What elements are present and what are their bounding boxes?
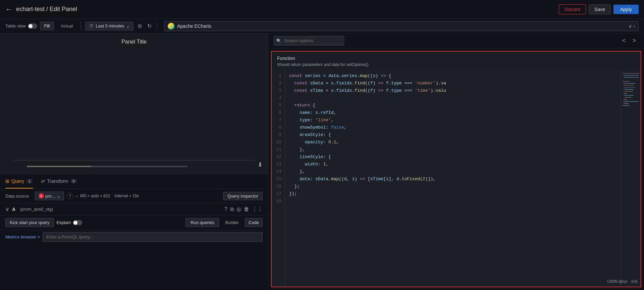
- panel-type-selector[interactable]: Apache ECharts ∨ ›: [164, 21, 639, 31]
- datasource-select[interactable]: ● pro... ⌄: [35, 192, 64, 200]
- left-panel: Panel Title ⬇ ⊞ Query 1 ⇄ Transform 0: [0, 33, 268, 290]
- apply-button[interactable]: Apply: [613, 5, 639, 14]
- code-line-8: showSymbol: false,: [289, 124, 621, 131]
- code-line-9: areaStyle: {: [289, 131, 621, 139]
- code-line-1: const series = data.series.map((s) => {: [289, 72, 621, 80]
- search-options-input[interactable]: [274, 36, 344, 46]
- chevron-down-icon: ⌄: [126, 23, 130, 28]
- metrics-browser-label: Metrics browser: [5, 234, 36, 239]
- function-title: Function: [277, 56, 635, 61]
- query-hide-icon[interactable]: ◎: [236, 206, 241, 212]
- svg-rect-12: [624, 99, 627, 100]
- code-line-6: name: s.refId,: [289, 109, 621, 117]
- header-right: Discard Save Apply: [559, 4, 639, 14]
- code-line-14: },: [289, 168, 621, 175]
- panel-options-nav: < >: [620, 36, 639, 46]
- explain-label: Explain: [57, 220, 71, 225]
- run-queries-button[interactable]: Run queries: [185, 218, 219, 227]
- query-copy-icon[interactable]: ⧉: [230, 206, 234, 212]
- query-help-icon[interactable]: ?: [224, 206, 227, 212]
- tab-transform[interactable]: ⇄ Transform 0: [41, 174, 77, 189]
- svg-rect-10: [624, 95, 634, 96]
- query-drag-icon[interactable]: ⋮⋮: [252, 206, 263, 212]
- save-button[interactable]: Save: [589, 4, 611, 14]
- tabs-bar: ⊞ Query 1 ⇄ Transform 0: [0, 174, 268, 189]
- expand-icon[interactable]: ›: [76, 194, 77, 199]
- explain-switch[interactable]: [73, 220, 82, 225]
- svg-rect-0: [623, 73, 639, 74]
- code-button[interactable]: Code: [245, 218, 263, 227]
- back-button[interactable]: ←: [5, 5, 12, 13]
- panel-chevron-right: ›: [633, 23, 635, 29]
- tab-query-label: Query: [11, 178, 24, 184]
- search-wrap: [274, 36, 617, 46]
- promql-input[interactable]: [43, 232, 263, 242]
- tab-query[interactable]: ⊞ Query 1: [5, 174, 33, 189]
- query-actions-bar: Kick start your query Explain Run querie…: [0, 215, 268, 230]
- table-view-toggle: Table view: [5, 23, 37, 29]
- panel-nav-right[interactable]: >: [630, 36, 639, 46]
- svg-rect-13: [624, 101, 639, 102]
- time-range-picker[interactable]: ⏱ Last 5 minutes ⌄: [85, 22, 133, 30]
- panel-preview: Panel Title ⬇: [0, 33, 268, 174]
- code-line-3: const sTime = s.fields.find((f) => f.typ…: [289, 87, 621, 94]
- zoom-out-button[interactable]: ⊖: [136, 21, 143, 30]
- metrics-browser-link[interactable]: Metrics browser >: [5, 234, 40, 239]
- meta-md: MD = auto = 622: [80, 194, 110, 198]
- code-line-5: return {: [289, 102, 621, 109]
- svg-rect-6: [624, 87, 635, 88]
- panel-selector-inner: Apache ECharts: [168, 23, 211, 29]
- table-view-switch[interactable]: [28, 23, 37, 29]
- toolbar: Table view Fill Actual ⏱ Last 5 minutes …: [0, 19, 644, 33]
- kick-start-button[interactable]: Kick start your query: [5, 218, 54, 227]
- query-row: ∨ A (prom_qos0_stg) ? ⧉ ◎ 🗑 ⋮⋮: [0, 203, 268, 215]
- panel-preview-title: Panel Title: [121, 39, 147, 45]
- table-view-label: Table view: [5, 23, 26, 28]
- query-datasource-name: (prom_qos0_stg): [20, 207, 222, 212]
- panel-chevron-down: ∨: [629, 23, 632, 29]
- help-icon[interactable]: ?: [67, 193, 73, 199]
- code-line-17: });: [289, 190, 621, 198]
- datasource-name: pro...: [45, 194, 55, 199]
- fill-button[interactable]: Fill: [40, 22, 54, 30]
- code-line-2: const sData = s.fields.find((f) => f.typ…: [289, 80, 621, 87]
- panel-scrollbar-h[interactable]: [27, 166, 187, 167]
- code-editor[interactable]: 1234 5678 9101112 13141516 1718 const se…: [272, 70, 641, 287]
- refresh-button[interactable]: ↻: [146, 21, 153, 30]
- code-content: const series = data.series.map((s) => { …: [285, 70, 621, 287]
- svg-rect-15: [623, 105, 629, 106]
- code-line-18: [289, 198, 621, 205]
- discard-button[interactable]: Discard: [559, 4, 586, 14]
- explain-toggle: Explain: [57, 220, 83, 225]
- tab-query-icon: ⊞: [5, 178, 9, 184]
- datasource-icon: ●: [39, 193, 44, 199]
- meta-interval: Interval = 15s: [115, 194, 139, 198]
- main-layout: Panel Title ⬇ ⊞ Query 1 ⇄ Transform 0: [0, 33, 644, 290]
- code-line-4: [289, 94, 621, 102]
- query-actions: ? ⧉ ◎ 🗑 ⋮⋮: [224, 206, 263, 212]
- time-icon: ⏱: [89, 23, 94, 29]
- svg-rect-9: [624, 93, 627, 94]
- line-numbers: 1234 5678 9101112 13141516 1718: [272, 70, 285, 287]
- code-line-11: },: [289, 146, 621, 153]
- svg-rect-1: [624, 75, 639, 76]
- query-section: ⊞ Query 1 ⇄ Transform 0 Data source ● pr…: [0, 174, 268, 244]
- builder-button[interactable]: Builder: [222, 218, 242, 227]
- panel-nav-left[interactable]: <: [620, 36, 629, 46]
- right-panel: < > Function Should return parameters an…: [268, 33, 644, 290]
- header-left: ← echart-test / Edit Panel: [5, 5, 77, 13]
- datasource-chevron: ⌄: [57, 194, 60, 199]
- echarts-icon: [168, 23, 174, 29]
- query-collapse-button[interactable]: ∨: [5, 206, 9, 212]
- code-line-13: width: 1,: [289, 161, 621, 168]
- query-inspector-button[interactable]: Query inspector: [223, 192, 263, 200]
- actual-button[interactable]: Actual: [57, 22, 77, 30]
- svg-rect-8: [625, 91, 633, 92]
- promql-bar: Metrics browser >: [0, 230, 268, 244]
- code-line-10: opacity: 0.1,: [289, 139, 621, 146]
- metrics-browser-chevron: >: [37, 234, 40, 239]
- panel-content-area: [5, 48, 263, 168]
- watermark: CSDN @zyl、小白: [607, 279, 638, 284]
- query-delete-icon[interactable]: 🗑: [244, 206, 249, 212]
- download-icon[interactable]: ⬇: [258, 161, 263, 168]
